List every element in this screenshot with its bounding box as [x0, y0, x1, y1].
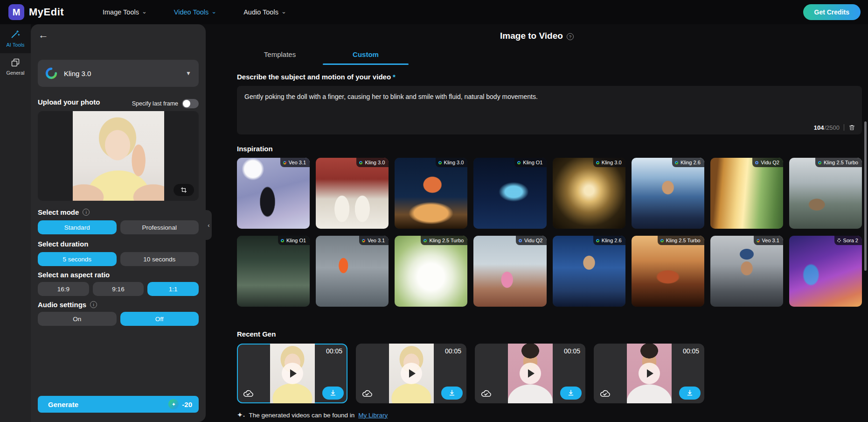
myedit-app: M MyEdit Image Tools⌄ Video Tools⌄ Audio…	[0, 0, 868, 422]
view-tabs: Templates Custom	[237, 47, 409, 65]
tab-custom[interactable]: Custom	[323, 47, 409, 65]
inspiration-card[interactable]: Veo 3.1	[710, 236, 783, 307]
audio-on-button[interactable]: On	[38, 312, 117, 326]
inspiration-card[interactable]: Veo 3.1	[237, 158, 310, 229]
clear-prompt-button[interactable]	[848, 124, 855, 131]
google-icon	[283, 161, 286, 164]
panel-collapse-handle[interactable]: ‹	[206, 210, 212, 240]
prompt-input[interactable]: Gently poking the doll with a finger, ca…	[237, 86, 862, 134]
play-icon	[528, 369, 535, 378]
menu-image-tools[interactable]: Image Tools⌄	[103, 8, 147, 16]
download-button[interactable]	[441, 387, 463, 400]
recent-video-card[interactable]: 00:05	[594, 344, 704, 403]
my-library-link[interactable]: My Library	[358, 412, 388, 419]
recent-video-card[interactable]: 00:05	[356, 344, 466, 403]
rail-item-general[interactable]: General	[0, 53, 31, 81]
recent-gen-row: 00:05 00:05	[237, 344, 704, 403]
generate-button[interactable]: Generate ✦ -20	[38, 396, 199, 413]
audio-off-button[interactable]: Off	[120, 312, 199, 326]
menu-video-tools[interactable]: Video Tools⌄	[174, 8, 216, 16]
duration-label: 00:05	[445, 347, 461, 355]
recent-gen-heading: Recent Gen	[237, 330, 276, 338]
inspiration-card[interactable]: Kling 3.0	[553, 158, 625, 229]
info-icon[interactable]: i	[90, 301, 97, 308]
download-button[interactable]	[560, 387, 582, 400]
mode-professional-button[interactable]: Professional	[120, 220, 199, 234]
aspect-1-1-button[interactable]: 1:1	[147, 282, 199, 296]
inspiration-card[interactable]: Veo 3.1	[316, 236, 389, 307]
model-badge: Kling O1	[278, 236, 310, 245]
model-badge: Kling 3.0	[593, 158, 625, 167]
selected-model-name: Kling 3.0	[64, 70, 179, 77]
play-button[interactable]	[401, 363, 422, 384]
vertical-scrollbar-thumb[interactable]	[864, 121, 867, 271]
video-thumbnail	[316, 158, 389, 229]
cloud-check-icon	[479, 388, 493, 399]
mode-standard-button[interactable]: Standard	[38, 220, 117, 234]
crop-button[interactable]	[174, 184, 194, 196]
video-thumbnail	[237, 236, 310, 307]
recent-video-card[interactable]: 00:05	[237, 344, 347, 403]
layers-icon	[11, 58, 20, 67]
download-button[interactable]	[679, 387, 701, 400]
cloud-check-icon	[598, 388, 611, 399]
page-title: Image to Video?	[206, 31, 868, 41]
required-mark: *	[393, 73, 396, 81]
play-button[interactable]	[520, 363, 541, 384]
inspiration-card[interactable]: Kling O1	[237, 236, 310, 307]
aspect-ratio-options: 16:9 9:16 1:1	[38, 282, 199, 296]
sora-icon	[837, 239, 841, 242]
prompt-box: Gently poking the doll with a finger, ca…	[237, 86, 862, 134]
inspiration-card[interactable]: Vidu Q2	[710, 158, 783, 229]
kling-icon	[596, 161, 599, 164]
video-thumbnail	[710, 158, 783, 229]
video-thumbnail	[395, 158, 467, 229]
back-button[interactable]: ←	[38, 30, 49, 40]
rail-item-ai-tools[interactable]: AI Tools	[0, 24, 31, 53]
top-navbar: M MyEdit Image Tools⌄ Video Tools⌄ Audio…	[0, 0, 868, 24]
brand-logo[interactable]: M MyEdit	[0, 4, 103, 20]
video-thumbnail	[395, 236, 467, 307]
kling-icon	[596, 239, 599, 242]
menu-audio-tools[interactable]: Audio Tools⌄	[243, 8, 286, 16]
play-button[interactable]	[639, 363, 660, 384]
kling-icon	[424, 239, 427, 242]
inspiration-card[interactable]: Kling 3.0	[316, 158, 389, 229]
last-frame-toggle[interactable]	[182, 99, 199, 108]
video-thumbnail	[316, 236, 389, 307]
duration-5s-button[interactable]: 5 seconds	[38, 252, 117, 266]
aspect-16-9-button[interactable]: 16:9	[38, 282, 89, 296]
inspiration-card[interactable]: Kling 2.5 Turbo	[632, 236, 704, 307]
kling-icon	[438, 161, 442, 164]
inspiration-card[interactable]: Sora 2	[789, 236, 862, 307]
inspiration-card[interactable]: Kling 2.6	[553, 236, 625, 307]
video-thumbnail	[553, 158, 625, 229]
recent-video-card[interactable]: 00:05	[475, 344, 585, 403]
info-icon[interactable]: i	[83, 209, 90, 216]
video-thumbnail	[710, 236, 783, 307]
aspect-9-16-button[interactable]: 9:16	[93, 282, 144, 296]
video-thumbnail	[789, 236, 862, 307]
inspiration-card[interactable]: Kling 2.5 Turbo	[395, 236, 467, 307]
crop-icon	[180, 186, 187, 194]
inspiration-card[interactable]: Vidu Q2	[473, 236, 546, 307]
kling-icon	[517, 161, 521, 164]
model-select-dropdown[interactable]: Kling 3.0 ▼	[38, 60, 199, 87]
chevron-down-icon: ⌄	[281, 8, 286, 15]
inspiration-card[interactable]: Kling O1	[473, 158, 546, 229]
inspiration-card[interactable]: Kling 2.6	[632, 158, 704, 229]
get-credits-button[interactable]: Get Credits	[803, 4, 861, 20]
inspiration-card[interactable]: Kling 2.5 Turbo	[789, 158, 862, 229]
brand-name: MyEdit	[29, 6, 64, 18]
play-icon	[409, 369, 416, 378]
tab-templates[interactable]: Templates	[237, 47, 323, 65]
play-button[interactable]	[282, 363, 303, 384]
kling-icon	[660, 239, 664, 242]
help-icon[interactable]: ?	[567, 33, 574, 40]
download-button[interactable]	[322, 387, 344, 400]
download-icon	[329, 389, 337, 397]
duration-10s-button[interactable]: 10 seconds	[120, 252, 199, 266]
inspiration-card[interactable]: Kling 3.0	[395, 158, 467, 229]
uploaded-photo-preview[interactable]	[38, 111, 199, 201]
trash-icon	[848, 124, 855, 131]
